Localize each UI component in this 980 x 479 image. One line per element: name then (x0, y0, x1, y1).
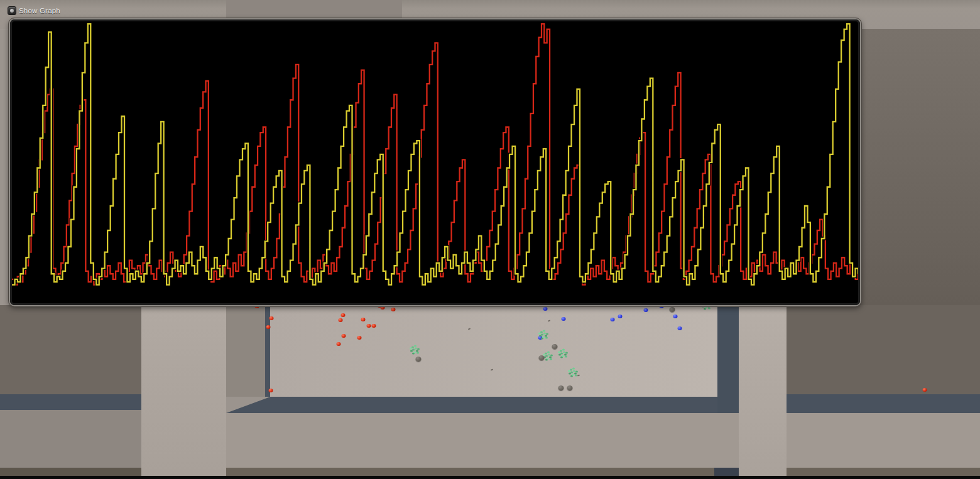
population-chart (12, 21, 858, 303)
scene-arena-floor (270, 305, 717, 397)
scene-corridor-right (739, 305, 787, 476)
scene-wall-side-right (787, 394, 980, 413)
checkbox-icon[interactable] (8, 6, 16, 15)
scene-arena-south-wall (226, 397, 717, 413)
scene-bottom-black-bar (0, 476, 980, 479)
scene-bottom-wall-row (226, 468, 714, 476)
show-graph-toggle[interactable]: Show Graph (8, 6, 60, 16)
scene-wall-top-right (787, 305, 980, 394)
scene-wall-side-left (0, 394, 141, 410)
scene-corridor-left (141, 305, 226, 476)
scene-wall-top-left (0, 305, 141, 394)
scene-bottom-wall-row (787, 468, 980, 476)
scene-wall-edge-mid (265, 305, 270, 397)
show-graph-label: Show Graph (19, 7, 60, 14)
chart-series (12, 24, 858, 285)
simulation-viewport: Show Graph (0, 0, 980, 479)
scene-arena-east-wall (717, 305, 739, 413)
scene-floor-left-shade (0, 410, 141, 468)
scene-bottom-wall-row (0, 468, 141, 476)
scene-upper-wall-right (859, 29, 980, 305)
scene-wall-face-mid (226, 305, 265, 397)
population-graph-plot-area (10, 19, 860, 305)
scene-lower-floor (141, 413, 980, 468)
scene-top-wall-sliver (226, 0, 402, 19)
population-graph-panel (9, 18, 861, 306)
scene-bottom-wall-corner (714, 468, 739, 476)
checkbox-checked-dot (10, 9, 14, 13)
